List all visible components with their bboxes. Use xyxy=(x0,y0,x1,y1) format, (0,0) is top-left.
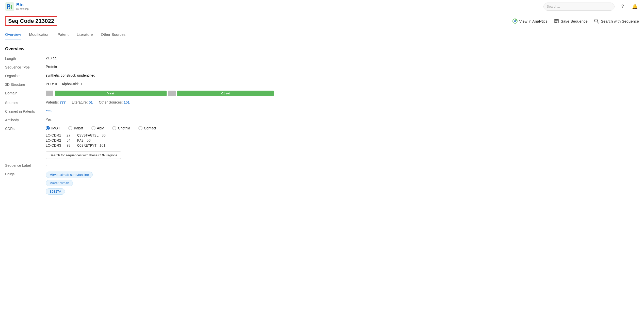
lc-cdr1-end: 36 xyxy=(102,133,109,137)
cdr-option-chothia[interactable]: Chothia xyxy=(112,126,130,130)
search-sequence-label: Search with Sequence xyxy=(601,19,639,23)
overview-section-title: Overview xyxy=(5,46,401,52)
other-source: Other Sources: 151 xyxy=(99,100,130,104)
logo-by-label: by patsnap xyxy=(16,8,29,10)
logo-bio-label: Bio xyxy=(16,3,29,8)
tab-modification[interactable]: Modification xyxy=(29,29,50,40)
analytics-icon xyxy=(512,18,518,24)
tabs-bar: Overview Modification Patent Literature … xyxy=(0,29,644,40)
drugs-row: Drugs Mirvetuximab soravtansine Mirvetux… xyxy=(5,172,401,196)
patents-label: Patents: xyxy=(46,100,59,104)
sources-value: Patents: 777 Literature: 51 Other Source… xyxy=(46,100,401,104)
patents-count[interactable]: 777 xyxy=(60,100,66,104)
sequence-type-row: Sequence Type Protein xyxy=(5,65,401,69)
other-label: Other Sources: xyxy=(99,100,123,104)
svg-point-4 xyxy=(514,20,516,22)
app-logo-icon xyxy=(5,2,14,11)
sources-counts: Patents: 777 Literature: 51 Other Source… xyxy=(46,100,401,104)
antibody-row: Antibody Yes xyxy=(5,117,401,122)
drugs-value: Mirvetuximab soravtansine Mirvetuximab B… xyxy=(46,172,401,196)
cdr-option-imgt[interactable]: IMGT xyxy=(46,126,60,130)
search-sequence-icon xyxy=(594,18,599,24)
header-right: ? 🔔 xyxy=(543,3,639,11)
structure-label: 3D Structure xyxy=(5,82,46,87)
cdr-radios: IMGT Kabat AbM Chothia Contact xyxy=(46,126,401,130)
view-analytics-button[interactable]: View in Analytics xyxy=(512,18,548,24)
imgt-label: IMGT xyxy=(51,126,60,130)
help-icon: ? xyxy=(621,4,624,9)
drug-tag-2[interactable]: B5327A xyxy=(46,188,65,195)
cdr-option-contact[interactable]: Contact xyxy=(138,126,156,130)
sequence-type-value: Protein xyxy=(46,65,401,69)
domain-row: Domain V-set C1-set xyxy=(5,91,401,96)
cdrs-label: CDRs xyxy=(5,126,46,131)
save-icon xyxy=(554,18,559,24)
cdr-option-abm[interactable]: AbM xyxy=(91,126,104,130)
cdr-row-lc3: LC-CDR3 93 QQSREYPYT 101 xyxy=(46,143,401,147)
cdr-option-kabat[interactable]: Kabat xyxy=(68,126,83,130)
organism-label: Organism xyxy=(5,73,46,78)
tab-literature[interactable]: Literature xyxy=(77,29,93,40)
lc-cdr3-end: 101 xyxy=(100,143,107,147)
tab-patent[interactable]: Patent xyxy=(58,29,69,40)
claimed-patents-row: Claimed in Patents Yes xyxy=(5,109,401,113)
chothia-radio-circle xyxy=(112,126,116,130)
chothia-label: Chothia xyxy=(118,126,130,130)
tab-overview[interactable]: Overview xyxy=(5,29,21,40)
save-sequence-label: Save Sequence xyxy=(561,19,588,23)
literature-source: Literature: 51 xyxy=(72,100,93,104)
logo-area: Bio by patsnap xyxy=(5,2,29,11)
lc-cdr3-name: LC-CDR3 xyxy=(46,143,63,147)
cdr-table: LC-CDR1 27 QSVSFAGTSL 36 LC-CDR2 54 RAS … xyxy=(46,133,401,147)
seq-code-title: Seq Code 213022 xyxy=(5,16,57,26)
structure-pdb: PDB: 0 xyxy=(46,82,57,86)
length-row: Length 218 aa xyxy=(5,56,401,61)
literature-label: Literature: xyxy=(72,100,88,104)
lc-cdr3-seq: QQSREYPYT xyxy=(77,143,96,147)
top-search-input[interactable] xyxy=(543,3,615,11)
cdrs-value: IMGT Kabat AbM Chothia Contact xyxy=(46,126,401,159)
kabat-radio-circle xyxy=(68,126,72,130)
lc-cdr2-seq: RAS xyxy=(77,138,84,142)
cdr-row-lc2: LC-CDR2 54 RAS 56 xyxy=(46,138,401,142)
notification-button[interactable]: 🔔 xyxy=(631,3,639,11)
domain-seg-vset: V-set xyxy=(55,91,167,96)
sequence-label-value: - xyxy=(46,163,401,167)
imgt-radio-circle xyxy=(46,126,50,130)
kabat-label: Kabat xyxy=(74,126,83,130)
title-bar: Seq Code 213022 View in Analytics Save S… xyxy=(0,13,644,29)
abm-radio-circle xyxy=(91,126,95,130)
contact-radio-circle xyxy=(138,126,142,130)
sequence-type-label: Sequence Type xyxy=(5,65,46,69)
antibody-label: Antibody xyxy=(5,117,46,122)
abm-label: AbM xyxy=(97,126,104,130)
cdr-search-button[interactable]: Search for sequences with these CDR regi… xyxy=(46,152,121,159)
organism-value: synthetic construct; unidentified xyxy=(46,73,401,77)
literature-count[interactable]: 51 xyxy=(89,100,93,104)
search-with-sequence-button[interactable]: Search with Sequence xyxy=(594,18,639,24)
save-sequence-button[interactable]: Save Sequence xyxy=(554,18,588,24)
lc-cdr1-name: LC-CDR1 xyxy=(46,133,63,137)
claimed-patents-label: Claimed in Patents xyxy=(5,109,46,113)
structure-alphafold: AlphaFold: 0 xyxy=(62,82,82,86)
help-button[interactable]: ? xyxy=(619,3,627,11)
structure-value: PDB: 0 AlphaFold: 0 xyxy=(46,82,401,86)
length-value: 218 aa xyxy=(46,56,401,60)
contact-label: Contact xyxy=(144,126,156,130)
bell-icon: 🔔 xyxy=(632,4,638,9)
lc-cdr2-start: 54 xyxy=(67,138,74,142)
svg-rect-7 xyxy=(555,22,557,23)
sources-label: Sources xyxy=(5,100,46,105)
other-count[interactable]: 151 xyxy=(124,100,130,104)
view-analytics-label: View in Analytics xyxy=(519,19,548,23)
claimed-patents-value[interactable]: Yes xyxy=(46,109,401,113)
tab-other-sources[interactable]: Other Sources xyxy=(101,29,125,40)
lc-cdr1-seq: QSVSFAGTSL xyxy=(77,133,99,137)
domain-label: Domain xyxy=(5,91,46,95)
sequence-label-row: Sequence Label - xyxy=(5,163,401,167)
patents-source: Patents: 777 xyxy=(46,100,66,104)
drug-tag-1[interactable]: Mirvetuximab xyxy=(46,180,73,186)
logo-text: Bio by patsnap xyxy=(16,3,29,10)
drugs-label: Drugs xyxy=(5,172,46,176)
drug-tag-0[interactable]: Mirvetuximab soravtansine xyxy=(46,172,93,178)
